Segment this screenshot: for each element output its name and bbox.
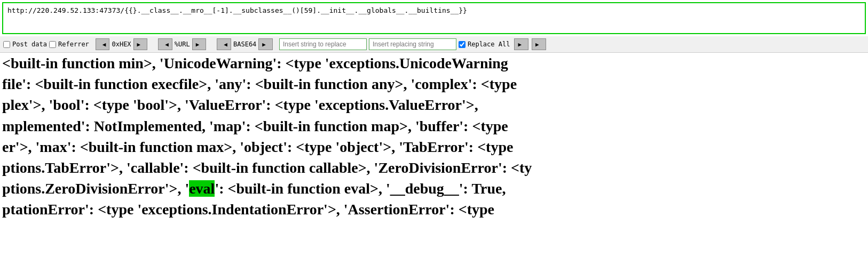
insert-replacing-input[interactable] — [369, 38, 456, 50]
url-right-arrow[interactable]: ▶ — [192, 38, 207, 50]
replace-all-checkbox[interactable] — [459, 41, 465, 48]
content-line-4: er'>, 'max': <built-in function max>, 'o… — [2, 136, 866, 157]
toolbar: Post data Referrer ◀ 0xHEX ▶ ◀ %URL ▶ ◀ … — [0, 36, 868, 53]
referrer-checkbox[interactable] — [49, 41, 56, 48]
hex-label: 0xHEX — [109, 41, 133, 48]
content-line-7: ptationError': <type 'exceptions.Indenta… — [2, 199, 866, 220]
post-data-checkbox[interactable] — [3, 41, 10, 48]
url-nav-group: ◀ %URL ▶ — [158, 38, 206, 50]
highlight-eval: eval — [189, 180, 215, 197]
content-line-5: ptions.TabError'>, 'callable': <built-in… — [2, 157, 866, 178]
base64-right-arrow[interactable]: ▶ — [258, 38, 273, 50]
content-area: <built-in function min>, 'UnicodeWarning… — [0, 53, 868, 220]
replace-right-arrow2[interactable]: ▶ — [532, 38, 546, 50]
content-line-6: ptions.ZeroDivisionError'>, 'eval': <bui… — [2, 178, 866, 199]
hex-right-arrow[interactable]: ▶ — [133, 38, 148, 50]
content-line-0: <built-in function min>, 'UnicodeWarning… — [2, 53, 866, 74]
hex-left-arrow[interactable]: ◀ — [96, 38, 110, 50]
url-left-arrow[interactable]: ◀ — [158, 38, 172, 50]
url-label: %URL — [172, 41, 192, 48]
url-input[interactable]: http://220.249.52.133:47373/{{}.__class_… — [2, 2, 866, 34]
referrer-label: Referrer — [58, 41, 89, 48]
base64-label: BASE64 — [231, 41, 258, 48]
base64-nav-group: ◀ BASE64 ▶ — [217, 38, 273, 50]
hex-nav-group: ◀ 0xHEX ▶ — [96, 38, 147, 50]
content-line-2: plex'>, 'bool': <type 'bool'>, 'ValueErr… — [2, 94, 866, 115]
replace-all-text: Replace All — [468, 41, 510, 48]
post-data-checkbox-label[interactable]: Post data — [3, 41, 47, 48]
replace-right-arrow1[interactable]: ▶ — [514, 38, 528, 50]
insert-string-input[interactable] — [279, 38, 367, 50]
post-data-label: Post data — [12, 41, 47, 48]
replace-all-label[interactable]: Replace All — [459, 41, 510, 48]
base64-left-arrow[interactable]: ◀ — [217, 38, 231, 50]
referrer-checkbox-label[interactable]: Referrer — [49, 41, 89, 48]
content-line-3: mplemented': NotImplemented, 'map': <bui… — [2, 116, 866, 136]
content-line-1: file': <built-in function execfile>, 'an… — [2, 74, 866, 94]
